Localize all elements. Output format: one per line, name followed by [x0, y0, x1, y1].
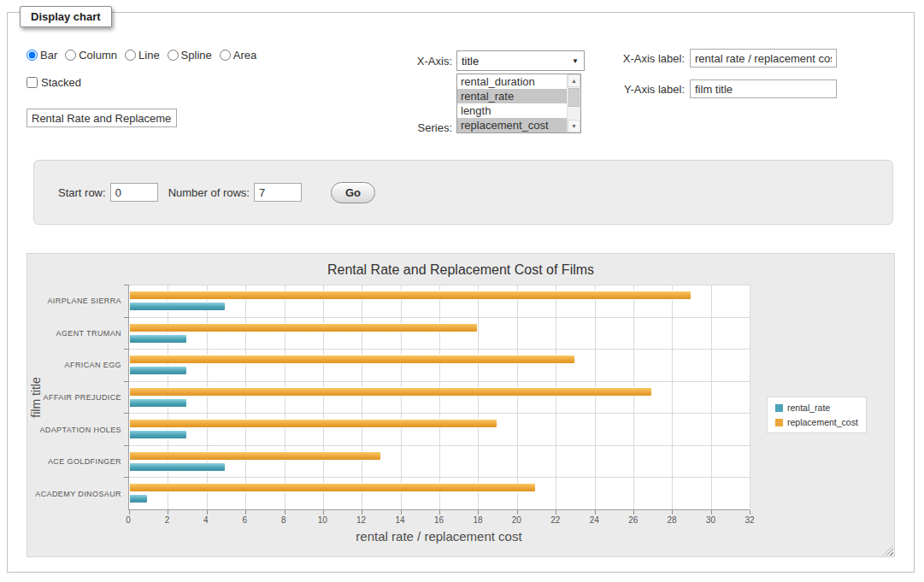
- y-tickmark: [124, 317, 128, 318]
- scroll-down-icon[interactable]: ▼: [568, 120, 580, 132]
- x-axis-row: X-Axis: title ▼: [375, 50, 585, 71]
- x-axis-label-row: X-Axis label:: [568, 49, 837, 68]
- x-axis-select[interactable]: title: [456, 50, 585, 71]
- x-axis-select-label: X-Axis:: [375, 55, 452, 68]
- start-row-input[interactable]: [110, 183, 158, 202]
- x-tickmark: [750, 510, 750, 514]
- bar-replacement_cost[interactable]: [129, 419, 497, 428]
- x-tickmark: [478, 510, 479, 514]
- x-tickmark: [323, 510, 324, 514]
- x-tick-label: 24: [590, 515, 599, 525]
- category-label: ACADEMY DINOSAUR: [27, 478, 121, 510]
- chart-title: Rental Rate and Replacement Cost of Film…: [27, 262, 894, 278]
- x-tick-label: 4: [203, 515, 209, 525]
- series-option-rental_duration[interactable]: rental_duration: [457, 74, 567, 89]
- x-tick-labels: 02468101214161820222426283032: [128, 515, 750, 526]
- y-axis-label-row: Y-Axis label:: [568, 79, 837, 98]
- stacked-label: Stacked: [41, 76, 81, 89]
- chart-type-option-spline[interactable]: Spline: [168, 49, 212, 62]
- y-tickmark: [124, 445, 128, 446]
- y-tickmark: [124, 285, 128, 285]
- y-axis-label-input[interactable]: [690, 79, 837, 98]
- bar-replacement_cost[interactable]: [129, 291, 692, 300]
- series-option-rental_rate[interactable]: rental_rate: [457, 89, 567, 103]
- num-rows-input[interactable]: [254, 183, 302, 202]
- x-tick-label: 20: [512, 515, 521, 525]
- spline-radio[interactable]: [168, 50, 179, 61]
- scrollbar-track[interactable]: [568, 108, 580, 120]
- display-chart-fieldset: Display chart BarColumnLineSplineArea St…: [7, 12, 915, 573]
- chart-type-option-line[interactable]: Line: [125, 49, 160, 62]
- category-labels: AIRPLANE SIERRAAGENT TRUMANAFRICAN EGGAF…: [27, 285, 121, 510]
- x-tickmark: [168, 510, 168, 514]
- x-tickmark: [362, 510, 362, 514]
- x-tick-label: 12: [356, 515, 366, 525]
- x-axis-label-input[interactable]: [690, 49, 837, 68]
- bar-rental_rate[interactable]: [129, 430, 187, 439]
- resize-handle-icon[interactable]: [883, 545, 893, 556]
- x-tick-label: 22: [550, 515, 560, 525]
- legend-label: rental_rate: [787, 403, 830, 413]
- radio-label: Area: [233, 49, 256, 62]
- y-axis-label-label: Y-Axis label:: [568, 83, 685, 96]
- category-label: AFRICAN EGG: [27, 349, 121, 381]
- bar-group: [129, 413, 750, 445]
- series-option-replacement_cost[interactable]: replacement_cost: [457, 118, 567, 132]
- series-select-label: Series:: [375, 121, 452, 134]
- chart-type-option-column[interactable]: Column: [65, 49, 117, 62]
- x-axis-label-label: X-Axis label:: [568, 52, 685, 65]
- category-label: ACE GOLDFINGER: [27, 446, 121, 479]
- fieldset-legend: Display chart: [20, 6, 112, 27]
- x-tick-label: 0: [126, 515, 131, 525]
- chart-type-radio-group: BarColumnLineSplineArea: [26, 49, 264, 62]
- bar-group: [129, 317, 750, 350]
- bar-replacement_cost[interactable]: [129, 323, 478, 332]
- radio-label: Spline: [181, 49, 212, 62]
- area-radio[interactable]: [220, 50, 231, 61]
- x-tickmark: [595, 510, 596, 514]
- bar-group: [129, 349, 750, 381]
- x-tick-label: 32: [744, 515, 754, 525]
- bar-replacement_cost[interactable]: [129, 387, 652, 397]
- chart-type-option-bar[interactable]: Bar: [26, 49, 57, 62]
- stacked-option[interactable]: Stacked: [26, 76, 81, 89]
- category-label: AIRPLANE SIERRA: [27, 285, 121, 317]
- stacked-checkbox[interactable]: [26, 77, 38, 88]
- bar-rental_rate[interactable]: [129, 462, 226, 472]
- legend-item-replacement_cost[interactable]: replacement_cost: [775, 417, 858, 427]
- series-listbox[interactable]: rental_durationrental_ratelengthreplacem…: [456, 73, 581, 133]
- line-radio[interactable]: [125, 50, 136, 61]
- series-option-length[interactable]: length: [457, 103, 567, 118]
- series-options: rental_durationrental_ratelengthreplacem…: [457, 74, 567, 132]
- legend-item-rental_rate[interactable]: rental_rate: [775, 403, 858, 413]
- x-tick-label: 8: [281, 515, 286, 525]
- column-radio[interactable]: [65, 50, 76, 61]
- category-label: AFFAIR PREJUDICE: [27, 381, 121, 414]
- go-button[interactable]: Go: [331, 182, 375, 203]
- category-label: ADAPTATION HOLES: [27, 414, 121, 446]
- chart-type-option-area[interactable]: Area: [220, 49, 256, 62]
- gridline: [750, 285, 750, 509]
- bar-replacement_cost[interactable]: [129, 451, 381, 461]
- x-tick-label: 28: [668, 515, 677, 525]
- bar-rental_rate[interactable]: [129, 494, 148, 503]
- plot-area: [128, 285, 750, 510]
- x-tick-label: 10: [318, 515, 327, 525]
- bar-replacement_cost[interactable]: [129, 483, 536, 492]
- y-tickmark: [124, 413, 128, 414]
- x-tickmark: [401, 510, 402, 514]
- bar-rental_rate[interactable]: [129, 302, 226, 311]
- bar-group: [129, 285, 750, 317]
- bar-replacement_cost[interactable]: [129, 355, 575, 364]
- chart-title-input[interactable]: [26, 109, 177, 127]
- bar-rental_rate[interactable]: [129, 398, 187, 408]
- bar-rental_rate[interactable]: [129, 366, 187, 375]
- bar-rental_rate[interactable]: [129, 334, 187, 344]
- page: Display chart BarColumnLineSplineArea St…: [0, 0, 924, 582]
- x-tick-label: 16: [434, 515, 444, 525]
- legend-swatch: [775, 404, 783, 412]
- x-tick-label: 6: [243, 515, 248, 525]
- bar-group: [129, 381, 750, 414]
- bar-radio[interactable]: [26, 50, 38, 61]
- x-tickmark: [439, 510, 440, 514]
